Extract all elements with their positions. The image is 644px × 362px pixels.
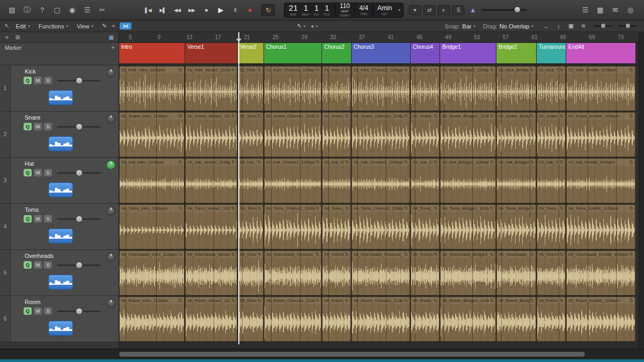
audio-region[interactable]: 01_Kick_Chorus2_110bpm↻ xyxy=(322,66,351,111)
mixer-icon[interactable]: ☰ xyxy=(80,4,94,16)
audio-region[interactable]: 04_Toms_Verse1_110bpm↻ xyxy=(185,204,237,249)
audio-region[interactable]: 04_Toms_Chorus4_110bpm↻ xyxy=(411,204,440,249)
audio-region[interactable]: 01_Kick_Bridge2_110bpm↻ xyxy=(496,66,536,111)
audio-region[interactable]: 05_Overheads_Verse1_110bpm↻ xyxy=(185,250,237,295)
audio-region[interactable]: 06_Room_Verse1_110bpm↻ xyxy=(185,297,237,342)
pan-knob[interactable] xyxy=(106,299,115,308)
catch-playhead-button[interactable]: ⋈ xyxy=(120,23,131,29)
audio-region[interactable]: 03_Hat_Bridge2_110bpm↻ xyxy=(496,158,536,203)
track-header-kick[interactable]: 1KickQMS▁▄▂█▆▂▅▇▃▁ xyxy=(0,65,119,112)
audio-region[interactable]: 01_Kick_Verse1_110bpm↻ xyxy=(185,66,237,111)
track-waveform-button[interactable]: ▁▄▂█▆▂▅▇▃▁ xyxy=(48,90,73,105)
audio-region[interactable]: 05_Overheads_Chorus1_110bpm↻ xyxy=(264,250,321,295)
marker-turnaround[interactable]: Turnaround xyxy=(537,43,566,63)
audio-region[interactable]: 04_Toms_Chorus2_110bpm↻ xyxy=(322,204,351,249)
audio-region[interactable]: 06_Room_Bridge1_110bpm↻ xyxy=(440,297,496,342)
solo-button[interactable]: S xyxy=(44,307,52,315)
audio-region[interactable]: 06_Room_Bridge2_110bpm↻ xyxy=(496,297,536,342)
add-marker-button[interactable]: + xyxy=(111,44,115,51)
audio-region[interactable]: 02_Snare_Chorus4_110bpm↻ xyxy=(411,112,440,157)
note-pads-icon[interactable]: ▦ xyxy=(594,4,607,16)
audio-region[interactable]: 06_Room_Turnaround_110bpm↻ xyxy=(537,297,566,342)
tuner-icon[interactable]: ◐ xyxy=(438,5,450,15)
solo-button[interactable]: S xyxy=(44,215,52,223)
quantize-button[interactable]: Q xyxy=(24,307,32,315)
menu-edit[interactable]: Edit▾ xyxy=(16,23,30,29)
track-waveform-button[interactable]: ▁▄▂█▆▂▅▇▃▁ xyxy=(48,275,73,290)
audio-region[interactable]: 03_Hat_Bridge1_110bpm↻ xyxy=(440,158,496,203)
volume-slider[interactable] xyxy=(57,264,101,266)
lcd-tempo-section[interactable]: 110KEEPTEMPO xyxy=(335,3,355,17)
volume-thumb[interactable] xyxy=(76,77,83,84)
track-waveform-button[interactable]: ▁▄▂█▆▂▅▇▃▁ xyxy=(48,228,73,243)
quantize-button[interactable]: Q xyxy=(24,169,32,176)
solo-button[interactable]: S xyxy=(44,77,52,84)
audio-region[interactable]: 01_Kick_Intro_110bpm↻ xyxy=(119,66,185,111)
audio-region[interactable]: 03_Hat_Chorus4_110bpm↻ xyxy=(411,158,440,203)
horizontal-scrollbar-thumb[interactable] xyxy=(119,352,585,357)
marker-chorus1[interactable]: Chorus1 xyxy=(264,43,321,63)
audio-region[interactable]: 03_Hat_Verse2_110bpm↻ xyxy=(238,158,264,203)
command-click-tool-button[interactable]: +▾ xyxy=(311,23,318,29)
pan-knob[interactable] xyxy=(106,114,115,123)
track-waveform-button[interactable]: ▁▄▂█▆▂▅▇▃▁ xyxy=(48,321,73,336)
metronome-icon[interactable]: ▲ xyxy=(467,5,479,15)
audio-region[interactable]: 06_Room_Chorus4_110bpm↻ xyxy=(411,297,440,342)
smart-controls-icon[interactable]: ◉ xyxy=(65,4,79,16)
marker-chorus4[interactable]: Chorus4 xyxy=(411,43,440,63)
audio-region[interactable]: 03_Hat_Chorus1_110bpm↻ xyxy=(264,158,321,203)
marker-bridge2[interactable]: Bridge2 xyxy=(496,43,536,63)
audio-region[interactable]: 02_Snare_Chorus1_110bpm↻ xyxy=(264,112,321,157)
go-to-beginning-button[interactable]: ▌◀ xyxy=(142,4,155,16)
bar-ruler[interactable]: 5913172125293337414549535761656973 xyxy=(119,32,639,43)
audio-region[interactable]: 04_Toms_Bridge2_110bpm↻ xyxy=(496,204,536,249)
audio-region[interactable]: 06_Room_Chorus2_110bpm↻ xyxy=(322,297,351,342)
pause-button[interactable]: Ⅱ xyxy=(229,4,241,16)
audio-region[interactable]: 02_Snare_Verse1_110bpm↻ xyxy=(185,112,237,157)
pan-knob[interactable] xyxy=(106,160,115,169)
marker-endalt[interactable]: EndAlt xyxy=(566,43,635,63)
track-header-hat[interactable]: 3HatQMS▁▄▂█▆▂▅▇▃▁ xyxy=(0,158,119,204)
chevron-down-icon[interactable]: ▾ xyxy=(398,8,400,12)
master-volume-slider[interactable] xyxy=(481,9,527,11)
audio-region[interactable]: 03_Hat_EndAlt_110bpm↻ xyxy=(566,158,635,203)
volume-slider[interactable] xyxy=(57,172,101,174)
auto-zoom-icon[interactable]: ▣ xyxy=(566,23,576,29)
audio-region[interactable]: 05_Overheads_Chorus2_110bpm↻ xyxy=(322,250,351,295)
audio-region[interactable]: 04_Toms_Chorus1_110bpm↻ xyxy=(264,204,321,249)
audio-region[interactable]: 05_Overheads_Intro_110bpm↻ xyxy=(119,250,185,295)
lcd-time-section[interactable]: 4/4TIME xyxy=(355,3,373,17)
chat-icon[interactable]: ✉ xyxy=(609,4,622,16)
add-track-button[interactable]: + xyxy=(5,33,9,41)
quantize-button[interactable]: Q xyxy=(24,123,32,130)
audio-region[interactable]: 05_Overheads_Bridge1_110bpm↻ xyxy=(440,250,496,295)
mute-button[interactable]: M xyxy=(34,307,42,315)
audio-region[interactable]: 06_Room_Chorus3_110bpm↻ xyxy=(352,297,410,342)
quantize-button[interactable]: Q xyxy=(24,261,32,269)
volume-thumb[interactable] xyxy=(76,262,83,269)
zoom-h-icon[interactable]: ↔ xyxy=(541,23,552,29)
marker-verse2[interactable]: Verse2 xyxy=(238,43,264,63)
audio-region[interactable]: 04_Toms_Chorus3_110bpm↻ xyxy=(352,204,410,249)
editors-icon[interactable]: ✂ xyxy=(96,4,109,16)
track-header-snare[interactable]: 2SnareQMS▁▄▂█▆▂▅▇▃▁ xyxy=(0,112,119,158)
replace-mode-icon[interactable]: ⇄ xyxy=(423,5,435,15)
pan-knob[interactable] xyxy=(106,253,115,262)
vertical-zoom-slider[interactable] xyxy=(618,25,636,27)
mute-button[interactable]: M xyxy=(34,169,42,176)
audio-region[interactable]: 02_Snare_Bridge2_110bpm↻ xyxy=(496,112,536,157)
forward-button[interactable]: ▶▶ xyxy=(185,4,198,16)
track-header-config-icon[interactable]: ▦ xyxy=(109,34,114,40)
solo-button[interactable]: S xyxy=(44,169,52,176)
solo-mode-icon[interactable]: S xyxy=(452,5,464,15)
track-header-overheads[interactable]: 5OverheadsQMS▁▄▂█▆▂▅▇▃▁ xyxy=(0,250,119,296)
menu-view[interactable]: View▾ xyxy=(77,23,93,29)
audio-region[interactable]: 02_Snare_Verse2_110bpm↻ xyxy=(238,112,264,157)
audio-region[interactable]: 05_Overheads_EndAlt_110bpm↻ xyxy=(566,250,635,295)
audio-region[interactable]: 04_Toms_Verse2_110bpm↻ xyxy=(238,204,264,249)
quick-help-icon[interactable]: ? xyxy=(35,4,49,16)
audio-region[interactable]: 03_Hat_Chorus3_110bpm↻ xyxy=(352,158,410,203)
lcd-key-section[interactable]: AminKEY ▾ xyxy=(373,3,404,17)
master-volume-thumb[interactable] xyxy=(514,6,521,13)
tracks-area[interactable]: 5913172125293337414549535761656973 Intro… xyxy=(119,32,644,349)
